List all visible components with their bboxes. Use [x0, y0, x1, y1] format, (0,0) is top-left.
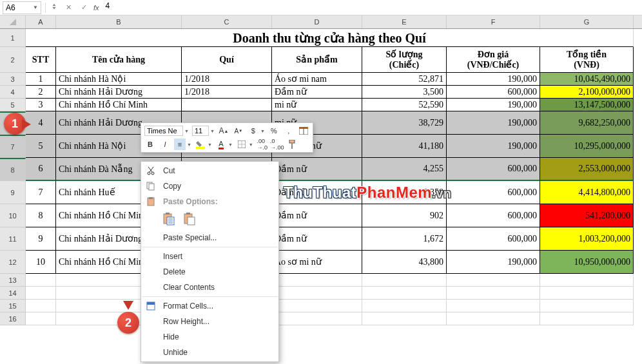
cell[interactable] — [540, 274, 634, 287]
row-header[interactable]: 14 — [0, 287, 26, 300]
chevron-down-icon[interactable]: ▼ — [210, 129, 215, 133]
font-size-picker[interactable]: 11 — [192, 126, 209, 136]
cell-sp[interactable]: Áo sơ mi nữ — [272, 251, 362, 274]
header-sp[interactable]: Sản phẩm — [272, 47, 362, 73]
cell[interactable] — [540, 300, 634, 312]
cell-stt[interactable]: 2 — [26, 86, 56, 99]
cell-stt[interactable]: 5 — [26, 135, 56, 158]
table-icon[interactable] — [298, 125, 309, 137]
cell-ten[interactable]: Chi nhánh Hồ Chí Minh — [56, 99, 182, 111]
font-picker[interactable]: Times Ne — [144, 126, 183, 136]
cell[interactable] — [272, 312, 362, 325]
cell-sl[interactable]: 1,672 — [362, 227, 447, 251]
row-header[interactable]: 15 — [0, 300, 26, 312]
row-header[interactable]: 13 — [0, 274, 26, 287]
font-color-icon[interactable]: A — [215, 139, 227, 150]
formula-input[interactable]: 4 — [103, 1, 639, 14]
header-qui[interactable]: Quí — [182, 47, 272, 73]
row-header[interactable]: 11 — [0, 227, 26, 251]
cancel-icon[interactable]: ✕ — [63, 2, 74, 14]
cell[interactable] — [26, 300, 56, 312]
cell-tt[interactable]: 541,200,000 — [540, 204, 634, 227]
percent-icon[interactable]: % — [268, 125, 280, 137]
menu-copy[interactable]: Copy — [141, 178, 278, 194]
border-icon[interactable] — [236, 139, 248, 150]
cell-ten[interactable]: Chi nhánh Hà Nội — [56, 73, 182, 86]
fx-icon[interactable]: fx — [93, 4, 99, 12]
fill-color-icon[interactable] — [195, 139, 206, 150]
cell[interactable] — [540, 312, 634, 325]
cell[interactable] — [272, 274, 362, 287]
cell-sl[interactable]: 52,871 — [362, 73, 447, 86]
menu-clear-contents[interactable]: Clear Contents — [141, 280, 278, 295]
cell-tt[interactable]: 10,950,000,000 — [540, 251, 634, 274]
cell[interactable] — [26, 287, 56, 300]
row-header[interactable]: 16 — [0, 312, 26, 325]
cell[interactable] — [540, 287, 634, 300]
cell-sp[interactable]: Đầm nữ — [272, 86, 362, 99]
row-header[interactable]: 3 — [0, 73, 26, 86]
cell[interactable] — [26, 274, 56, 287]
cell-sp[interactable]: mi nữ — [272, 99, 362, 111]
cell[interactable] — [447, 312, 540, 325]
col-header-F[interactable]: F — [447, 15, 540, 28]
col-header-A[interactable]: A — [26, 15, 56, 28]
cell-stt[interactable]: 8 — [26, 204, 56, 227]
cell[interactable] — [362, 300, 447, 312]
cell-qui[interactable]: 1/2018 — [182, 86, 272, 99]
menu-hide[interactable]: Hide — [141, 329, 278, 345]
col-header-C[interactable]: C — [182, 15, 272, 28]
menu-row-height[interactable]: Row Height... — [141, 314, 278, 329]
cell-sp[interactable]: Áo sơ mi nam — [272, 73, 362, 86]
header-sl[interactable]: Số lượng(Chiếc) — [362, 47, 447, 73]
cell[interactable] — [447, 300, 540, 312]
cell-sl[interactable]: 38,729 — [362, 111, 447, 135]
cell-tt[interactable]: 1,003,200,000 — [540, 227, 634, 251]
cell-qui[interactable] — [182, 99, 272, 111]
align-icon[interactable]: ≡ — [174, 139, 186, 150]
cell[interactable] — [447, 287, 540, 300]
col-header-B[interactable]: B — [56, 15, 182, 28]
row-header[interactable]: 10 — [0, 204, 26, 227]
header-dg[interactable]: Đơn giá(VNĐ/Chiếc) — [447, 47, 540, 73]
cell-tt[interactable]: 13,147,500,000 — [540, 99, 634, 111]
menu-cut[interactable]: Cut — [141, 163, 278, 178]
cell-sp[interactable]: Đầm nữ — [272, 204, 362, 227]
decrease-decimal-icon[interactable]: .0→.00 — [271, 139, 283, 150]
header-tt[interactable]: Tổng tiền(VNĐ) — [540, 47, 634, 73]
cell-sl[interactable]: 7,358 — [362, 181, 447, 204]
col-header-G[interactable]: G — [540, 15, 634, 28]
cell-dg[interactable]: 600,000 — [447, 181, 540, 204]
cell[interactable] — [362, 287, 447, 300]
cell-dg[interactable]: 600,000 — [447, 227, 540, 251]
cell-dg[interactable]: 190,000 — [447, 99, 540, 111]
cell-dg[interactable]: 190,000 — [447, 73, 540, 86]
cell-dg[interactable]: 190,000 — [447, 111, 540, 135]
cell-ten[interactable]: Chi nhánh Hải Dương — [56, 86, 182, 99]
title-cell[interactable]: Doanh thu từng cửa hàng theo Quí — [26, 29, 634, 47]
bold-icon[interactable]: B — [144, 139, 156, 150]
paste-all-icon[interactable] — [160, 211, 177, 227]
cell[interactable] — [272, 287, 362, 300]
cell-dg[interactable]: 190,000 — [447, 135, 540, 158]
increase-font-icon[interactable]: A▲ — [218, 125, 229, 137]
row-header[interactable]: 1 — [0, 29, 26, 47]
cell[interactable] — [447, 274, 540, 287]
cell-sl[interactable]: 43,800 — [362, 251, 447, 274]
name-box[interactable]: A6 ▼ — [3, 1, 41, 14]
cell-tt[interactable]: 4,414,800,000 — [540, 181, 634, 204]
menu-format-cells[interactable]: Format Cells... — [141, 298, 278, 314]
decrease-font-icon[interactable]: A▼ — [233, 125, 244, 137]
italic-icon[interactable]: I — [159, 139, 171, 150]
paste-values-icon[interactable] — [181, 211, 198, 227]
cell-sp[interactable]: Đầm nữ — [272, 181, 362, 204]
cell-tt[interactable]: 2,553,000,000 — [540, 158, 634, 181]
menu-delete[interactable]: Delete — [141, 264, 278, 280]
cell[interactable] — [26, 312, 56, 325]
cell-sl[interactable]: 4,255 — [362, 158, 447, 181]
cell-dg[interactable]: 600,000 — [447, 204, 540, 227]
currency-icon[interactable]: $ — [248, 125, 259, 137]
cell-stt[interactable]: 6 — [26, 158, 56, 181]
confirm-icon[interactable]: ✓ — [78, 2, 90, 14]
cell-sl[interactable]: 41,180 — [362, 135, 447, 158]
